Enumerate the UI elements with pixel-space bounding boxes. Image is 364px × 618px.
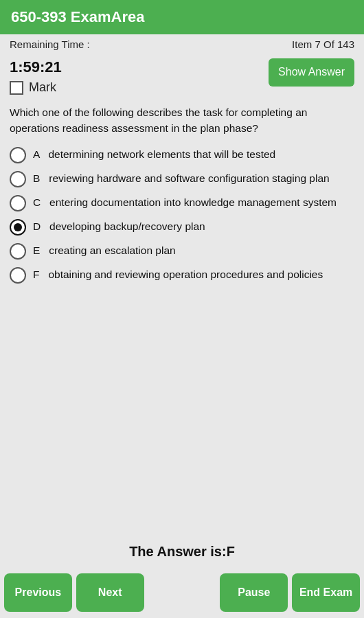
radio-f[interactable] <box>10 267 26 284</box>
timer-left: 1:59:21 Mark <box>10 58 62 95</box>
radio-d[interactable] <box>10 219 26 236</box>
option-text-b: B reviewing hardware and software config… <box>33 170 330 186</box>
option-text-d: D developing backup/recovery plan <box>33 218 205 234</box>
option-d[interactable]: D developing backup/recovery plan <box>10 218 354 236</box>
mark-checkbox[interactable] <box>10 81 23 95</box>
radio-e[interactable] <box>10 243 26 260</box>
option-e[interactable]: E creating an escalation plan <box>10 242 354 260</box>
radio-b[interactable] <box>10 171 26 187</box>
option-a[interactable]: A determining network elements that will… <box>10 146 354 163</box>
question-text: Which one of the following describes the… <box>10 104 354 137</box>
end-exam-button[interactable]: End Exam <box>292 573 360 612</box>
radio-c[interactable] <box>10 195 26 211</box>
pause-button[interactable]: Pause <box>220 573 288 612</box>
question-area: Which one of the following describes the… <box>0 98 364 533</box>
previous-button[interactable]: Previous <box>4 573 72 612</box>
option-c[interactable]: C entering documentation into knowledge … <box>10 194 354 211</box>
app-title: 650-393 ExamArea <box>11 8 144 25</box>
app-header: 650-393 ExamArea <box>0 0 364 34</box>
option-text-e: E creating an escalation plan <box>33 242 176 258</box>
option-text-a: A determining network elements that will… <box>33 146 275 162</box>
footer: Previous Next Pause End Exam <box>0 566 364 618</box>
mark-label: Mark <box>29 80 56 95</box>
answer-text: The Answer is:F <box>129 544 235 559</box>
option-b[interactable]: B reviewing hardware and software config… <box>10 170 354 187</box>
show-answer-button[interactable]: Show Answer <box>269 58 354 87</box>
remaining-label: Remaining Time : <box>10 38 90 50</box>
options-container: A determining network elements that will… <box>10 146 354 284</box>
item-label: Item 7 Of 143 <box>292 38 354 50</box>
answer-area: The Answer is:F <box>0 533 364 566</box>
radio-a[interactable] <box>10 147 26 163</box>
option-f[interactable]: F obtaining and reviewing operation proc… <box>10 266 354 284</box>
timer-row: 1:59:21 Mark Show Answer <box>0 54 364 98</box>
mark-row[interactable]: Mark <box>10 80 62 95</box>
option-text-f: F obtaining and reviewing operation proc… <box>33 266 323 282</box>
next-button[interactable]: Next <box>76 573 144 612</box>
info-bar: Remaining Time : Item 7 Of 143 <box>0 34 364 54</box>
timer-value: 1:59:21 <box>10 58 62 76</box>
option-text-c: C entering documentation into knowledge … <box>33 194 337 210</box>
